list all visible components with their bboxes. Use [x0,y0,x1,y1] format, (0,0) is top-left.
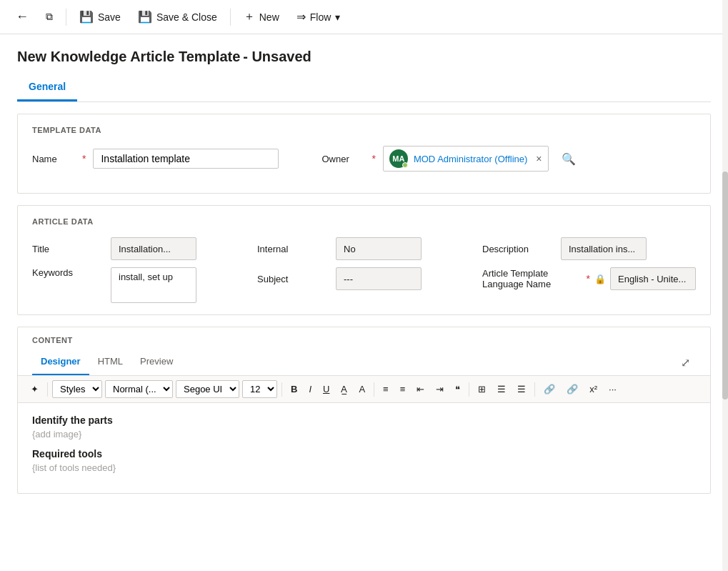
owner-field-group: Owner * MA MOD Administrator (Offline) ×… [321,146,575,172]
font-select[interactable]: Segoe UI [176,380,239,398]
bullets-button[interactable]: ≡ [379,381,393,397]
outdent-button[interactable]: ⇤ [412,381,429,397]
body-heading-2: Required tools [32,448,696,460]
toolbar-div-5 [534,382,535,397]
keywords-value: install, set up [111,267,196,303]
owner-search-icon[interactable]: 🔍 [562,152,576,166]
description-col: Description Installation ins... [482,237,696,260]
flow-dropdown-icon: ▾ [335,11,340,23]
tab-preview[interactable]: Preview [131,350,181,375]
bold-button[interactable]: B [286,381,301,397]
align-right-button[interactable]: ☰ [513,381,530,397]
indent-button[interactable]: ⇥ [432,381,448,397]
popout-icon: ⧉ [46,11,53,23]
keywords-col: Keywords install, set up [32,267,246,303]
name-label: Name [32,154,75,164]
link-button[interactable]: 🔗 [539,381,559,397]
body-placeholder-2: {list of tools needed} [32,462,696,473]
save-button[interactable]: 💾 Save [72,6,128,28]
unlink-button[interactable]: 🔗 [562,381,582,397]
name-field-group: Name * [32,149,279,169]
title-col: Title Installation... [32,237,246,260]
new-icon: ＋ [244,9,255,24]
quote-button[interactable]: ❝ [451,381,464,397]
lang-required: * [587,273,590,284]
back-button[interactable]: ← [9,5,36,29]
internal-text: No [344,244,356,254]
lang-col: Article Template Language Name * 🔒 Engli… [482,267,696,290]
size-select[interactable]: 12 [242,380,277,398]
internal-label: Internal [257,244,329,254]
description-value: Installation ins... [561,237,647,260]
color-button[interactable]: A [354,381,369,397]
editor-body[interactable]: Identify the parts {add image} Required … [18,403,710,493]
numbered-button[interactable]: ≡ [396,381,410,397]
tab-general[interactable]: General [17,74,77,101]
scrollbar-thumb[interactable] [722,172,728,400]
title-label: Title [32,244,104,254]
owner-status-indicator [402,162,408,168]
template-data-title: TEMPLATE DATA [32,126,696,134]
subject-text: --- [344,274,353,284]
expand-button[interactable]: ⤢ [675,350,696,375]
align-left-button[interactable]: ☰ [493,381,510,397]
main-tabs: General [17,74,711,102]
lang-value: English - Unite... [610,267,696,290]
superscript-button[interactable]: x² [585,381,602,397]
styles-select[interactable]: Styles [52,380,102,398]
table-button[interactable]: ⊞ [474,381,490,397]
content-section: CONTENT Designer HTML Preview ⤢ ✦ Styles [17,327,711,494]
save-close-button[interactable]: 💾 Save & Close [131,6,224,28]
owner-value-container: MA MOD Administrator (Offline) × [383,146,549,172]
subject-label: Subject [257,274,329,284]
scrollbar[interactable] [722,0,728,571]
title-value: Installation... [111,237,196,260]
more-button[interactable]: ··· [604,381,621,397]
toolbar-div-2 [281,382,282,397]
keywords-label: Keywords [32,267,104,278]
format-select[interactable]: Normal (... [105,380,173,398]
lang-field-group: * 🔒 English - Unite... [587,267,696,290]
back-icon: ← [16,9,29,24]
article-row-2: Keywords install, set up Subject --- Art… [32,267,696,303]
content-tabs: Designer HTML Preview ⤢ [18,350,710,376]
wand-button[interactable]: ✦ [26,381,43,397]
save-close-icon: 💾 [138,10,152,24]
save-label: Save [98,11,121,23]
template-data-section: TEMPLATE DATA Name * Owner * MA [17,114,711,194]
name-required: * [82,153,86,164]
owner-label: Owner [321,154,364,164]
expand-icon: ⤢ [681,357,690,369]
unsaved-label: - Unsaved [243,49,311,64]
owner-name: MOD Administrator (Offline) [414,154,527,164]
owner-remove-button[interactable]: × [536,153,542,164]
flow-label: Flow [310,11,331,23]
page-content: New Knowledge Article Template - Unsaved… [0,34,728,571]
page-title-area: New Knowledge Article Template - Unsaved [17,49,711,65]
toolbar-divider-2 [230,9,231,26]
save-close-label: Save & Close [156,11,217,23]
tab-designer[interactable]: Designer [32,350,89,375]
editor-toolbar: ✦ Styles Normal (... Segoe UI 12 B I [18,376,710,403]
highlight-button[interactable]: A̲ [336,381,351,397]
title-text: Installation... [119,244,171,254]
new-label: New [259,11,279,23]
body-placeholder-1: {add image} [32,429,696,440]
italic-button[interactable]: I [304,381,316,397]
article-row-1: Title Installation... Internal No Descri… [32,237,696,260]
toolbar-div-3 [374,382,374,397]
wand-icon: ✦ [31,384,39,394]
new-button[interactable]: ＋ New [236,5,286,29]
owner-initials: MA [392,154,404,163]
article-data-title: ARTICLE DATA [32,217,696,226]
toolbar-div-1 [47,382,48,397]
main-toolbar: ← ⧉ 💾 Save 💾 Save & Close ＋ New ⇒ Flow ▾ [0,0,728,34]
name-input[interactable] [93,149,279,169]
tab-html[interactable]: HTML [89,350,131,375]
subject-col: Subject --- [257,267,471,290]
content-header: CONTENT [18,327,710,344]
template-data-row: Name * Owner * MA MOD Administrator (Off… [32,146,696,172]
underline-button[interactable]: U [319,381,334,397]
flow-button[interactable]: ⇒ Flow ▾ [289,6,348,28]
popout-button[interactable]: ⧉ [39,6,60,27]
